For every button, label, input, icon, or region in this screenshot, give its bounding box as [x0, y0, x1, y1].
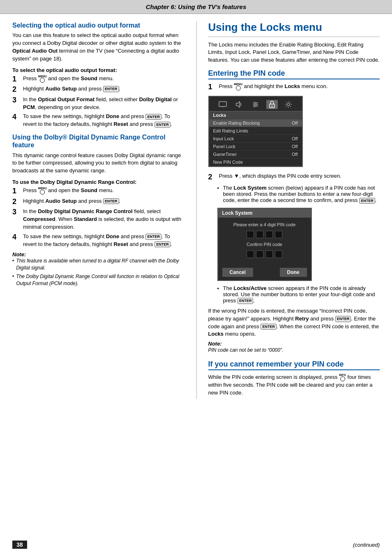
lock-menu-row: Panel LockOff — [209, 143, 302, 151]
bullet-lock-system: • The Lock System screen (below) appears… — [217, 185, 380, 204]
lock-menu-row: GameTimerOff — [209, 151, 302, 158]
lock-menu-row-header: Locks — [209, 111, 302, 119]
section-optical-intro: You can use this feature to select the o… — [12, 32, 184, 63]
step-item: 3 In the Optical Output Format field, se… — [12, 96, 184, 111]
lock-menu-row: Input LockOff — [209, 135, 302, 143]
section-dolby: Using the Dolby® Digital Dynamic Range C… — [12, 133, 184, 248]
chapter-header: Chapter 6: Using the TV's features — [0, 0, 392, 14]
right-column: Using the Locks menu The Locks menu incl… — [196, 21, 380, 399]
pin-section-title: Entering the PIN code — [208, 69, 380, 79]
speaker-icon — [233, 100, 245, 109]
pin-note: Note: PIN code can not be set to “0000”. — [208, 341, 380, 354]
wrong-pin-text: If the wrong PIN code is entered, the me… — [208, 307, 380, 338]
note-section: Note: This feature is available when tur… — [12, 251, 184, 287]
lock-icon — [266, 100, 278, 109]
step-item: 1 Press MENU and open the Sound menu. — [12, 75, 184, 84]
dolby-steps: 1 Press MENU and open the Sound menu. 2 … — [12, 187, 184, 248]
pin-box — [247, 251, 254, 258]
locks-intro: The Locks menu includes the Enable Ratin… — [208, 41, 380, 65]
section-forgot-pin: If you cannot remember your PIN code Whi… — [208, 360, 380, 397]
note-item: The Dolby Digital Dynamic Range Control … — [12, 273, 184, 287]
lock-system-title: Lock System — [218, 209, 311, 218]
pin-box — [275, 231, 282, 238]
svg-point-10 — [271, 105, 272, 107]
forgot-pin-title: If you cannot remember your PIN code — [208, 360, 380, 370]
enter-btn: ENTER — [261, 324, 277, 330]
header-title: Chapter 6: Using the TV's features — [146, 3, 246, 10]
svg-point-6 — [254, 102, 255, 104]
lock-system-buttons: Cancel Done — [218, 265, 311, 280]
enter-btn: ENTER — [145, 114, 161, 120]
svg-point-8 — [254, 105, 255, 107]
tv-icon — [217, 100, 228, 109]
subsection-dolby-title: To use the Dolby Digital Dynamic Range C… — [12, 179, 184, 185]
bullet-locks-active: • The Locks/Active screen appears if the… — [217, 285, 380, 304]
lock-menu-row: Enable Rating BlockingOff — [209, 119, 302, 127]
pin-note-text: PIN code can not be set to “0000”. — [208, 347, 380, 354]
lock-system-body: Please enter a 4 digit PIN code Confirm … — [218, 218, 311, 265]
page-number: 38 — [12, 541, 27, 549]
forgot-pin-text: While the PIN code entering screen is di… — [208, 374, 380, 397]
pin-box — [275, 251, 282, 258]
enter-btn: ENTER — [103, 86, 119, 92]
step-item: 2 Highlight Audio Setup and press ENTER. — [12, 197, 184, 207]
note-title: Note: — [12, 251, 184, 258]
enter-btn: ENTER — [154, 122, 171, 128]
settings-icon — [250, 100, 261, 109]
menu-icon: MENU — [38, 187, 47, 195]
step-item: 4 To save the new settings, highlight Do… — [12, 233, 184, 248]
lock-menu-row: New PIN Code — [209, 158, 302, 166]
section-pin: Entering the PIN code 1 Press MENU and h… — [208, 69, 380, 354]
locks-main-title: Using the Locks menu — [208, 21, 380, 33]
svg-point-11 — [287, 103, 290, 106]
svg-point-7 — [255, 104, 257, 105]
enter-btn: ENTER — [335, 316, 351, 322]
pin-box — [256, 251, 263, 258]
confirm-label: Confirm PIN code — [224, 241, 305, 248]
step-item: 2 Highlight Audio Setup and press ENTER. — [12, 85, 184, 94]
continued-label: (continued) — [353, 542, 380, 548]
pin-boxes-confirm — [224, 251, 305, 258]
pin-step1: 1 Press MENU and highlight the Locks men… — [208, 83, 380, 92]
pin-box — [265, 251, 273, 258]
section-locks-main: Using the Locks menu The Locks menu incl… — [208, 21, 380, 64]
done-button[interactable]: Done — [280, 268, 307, 277]
step-item: 3 In the Dolby Digital Dynamic Range Con… — [12, 208, 184, 231]
lock-system-prompt: Please enter a 4 digit PIN code — [224, 222, 305, 228]
lock-menu-icons-bar — [209, 97, 302, 111]
subsection-optical-title: To select the optical audio output forma… — [12, 67, 184, 73]
pin-box — [256, 231, 263, 238]
note-item: This feature is available when turned to… — [12, 258, 184, 272]
step-item: 1 Press MENU and open the Sound menu. — [12, 187, 184, 196]
optical-steps: 1 Press MENU and open the Sound menu. 2 … — [12, 75, 184, 129]
gear-icon — [283, 100, 294, 109]
menu-icon: MENU — [234, 83, 242, 91]
section-divider — [208, 37, 380, 37]
menu-icon: MENU — [38, 75, 47, 83]
pin-step2: 2 Press ▼, which displays the PIN code e… — [208, 173, 380, 182]
left-column: Selecting the optical audio output forma… — [12, 21, 184, 399]
lock-menu-mockup: Locks Enable Rating BlockingOff Edit Rat… — [208, 96, 303, 167]
section-optical-title: Selecting the optical audio output forma… — [12, 21, 184, 29]
lock-menu-rows: Locks Enable Rating BlockingOff Edit Rat… — [209, 111, 302, 166]
enter-btn: ENTER — [359, 198, 375, 204]
pin-note-title: Note: — [208, 341, 380, 347]
pin-box — [265, 231, 273, 238]
section-optical-audio: Selecting the optical audio output forma… — [12, 21, 184, 128]
svg-marker-2 — [236, 102, 240, 107]
section-dolby-title: Using the Dolby® Digital Dynamic Range C… — [12, 133, 184, 149]
section-dolby-intro: This dynamic range control feature cause… — [12, 152, 184, 175]
info-icon: INFO — [339, 374, 346, 381]
pin-boxes-entry — [224, 231, 305, 238]
lock-system-dialog: Lock System Please enter a 4 digit PIN c… — [217, 208, 312, 281]
page-footer: 38 (continued) — [12, 541, 380, 549]
svg-rect-0 — [219, 102, 226, 107]
enter-btn: ENTER — [154, 241, 171, 248]
enter-btn: ENTER — [103, 198, 119, 204]
lock-menu-row: Edit Rating Limits — [209, 127, 302, 135]
main-content: Selecting the optical audio output forma… — [0, 14, 392, 406]
enter-btn: ENTER — [238, 298, 254, 304]
step-item: 4 To save the new settings, highlight Do… — [12, 113, 184, 128]
cancel-button[interactable]: Cancel — [222, 268, 253, 277]
pin-box — [247, 231, 254, 238]
